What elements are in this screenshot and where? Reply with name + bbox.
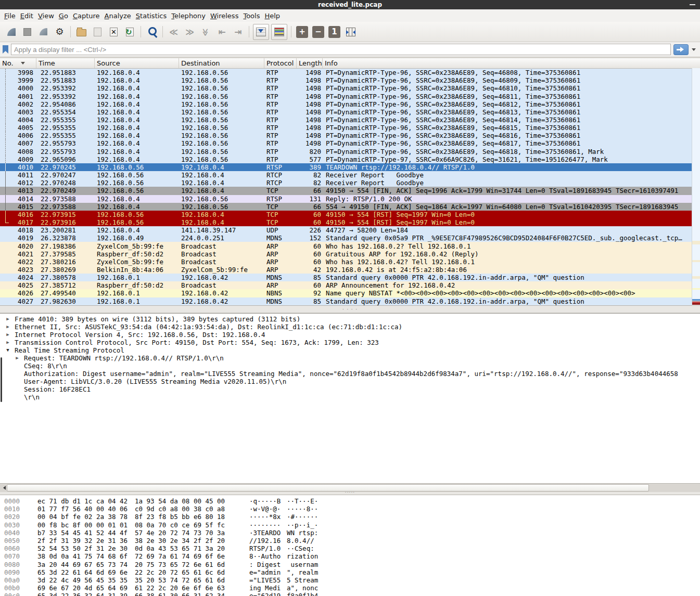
go-to-packet-button[interactable] [199,25,213,39]
list-details-splitter[interactable] [0,305,700,313]
detail-line[interactable]: ▶Frame 4010: 389 bytes on wire (3112 bit… [0,315,700,323]
menu-capture[interactable]: Capture [73,10,105,21]
minimize-icon[interactable] [690,4,695,5]
open-file-button[interactable] [74,25,88,39]
menu-go[interactable]: Go [59,10,73,21]
hex-row[interactable]: 00a03d 22 4c 49 56 45 35 3535 20 53 74 7… [0,576,700,584]
packet-row-4013[interactable]: 401322.970249192.168.0.56192.168.0.4TCP6… [0,187,692,195]
detail-line[interactable]: ▶Ethernet II, Src: ASUSTekC_93:54:da (04… [0,323,700,331]
details-bytes-splitter[interactable] [0,492,700,495]
column-header-protocol[interactable]: Protocol [264,58,297,68]
menu-help[interactable]: Help [264,10,285,21]
packet-row-4020[interactable]: 402027.198386ZyxelCom_5b:99:feBroadcastA… [0,242,692,250]
hex-row[interactable]: 00c065 3d 22 36 32 64 31 3966 38 61 30 6… [0,592,700,596]
packet-row-4024[interactable]: 402427.380578192.168.0.1192.168.0.42MDNS… [0,274,692,281]
hex-row[interactable]: 0000ec 71 db d1 1c ca 04 421a 93 54 da 0… [0,497,700,505]
zoom-out-button[interactable]: − [311,25,325,39]
packet-row-4022[interactable]: 402227.380216ZyxelCom_5b:99:feBroadcastA… [0,258,692,266]
detail-line[interactable]: Authorization: Digest username="admin", … [0,370,700,378]
expand-closed-icon[interactable]: ▶ [14,354,20,362]
expand-closed-icon[interactable]: ▶ [5,331,11,339]
hex-row[interactable]: 009065 3d 22 61 64 6d 69 6e22 2c 20 72 6… [0,568,700,576]
packet-row-4021[interactable]: 402127.379585Raspberr_df:50:d2BroadcastA… [0,250,692,258]
colorize-packets-button[interactable] [271,24,287,40]
packet-row-4007[interactable]: 400722.955793192.168.0.4192.168.0.56RTP1… [0,139,692,147]
find-packet-button[interactable] [145,25,159,39]
apply-filter-button[interactable] [673,44,689,55]
scrollbar-track[interactable] [649,484,700,492]
menu-file[interactable]: File [4,10,20,21]
expand-closed-icon[interactable]: ▶ [5,323,11,331]
expand-closed-icon[interactable]: ▶ [5,315,11,323]
detail-line[interactable]: Session: 16F28EC1 [0,385,700,393]
go-last-packet-button[interactable] [231,25,245,39]
detail-line[interactable]: ▶Request: TEARDOWN rtsp://192.168.0.4// … [0,354,700,362]
hex-row[interactable]: 007038 0d 0a 41 75 74 68 6f72 69 7a 61 7… [0,552,700,560]
menu-edit[interactable]: Edit [20,10,38,21]
resize-columns-button[interactable] [343,25,358,39]
packet-row-4023[interactable]: 402327.380269BelkinIn_8b:4a:06ZyxelCom_5… [0,266,692,274]
scroll-left-arrow-icon[interactable] [0,484,7,492]
display-filter-input[interactable] [11,44,671,55]
stop-capture-button[interactable] [20,25,34,39]
packet-row-4005[interactable]: 400522.955355192.168.0.4192.168.0.56RTP1… [0,124,692,132]
packet-row-4011[interactable]: 401122.970247192.168.0.56192.168.0.4RTCP… [0,171,692,179]
packet-row-4025[interactable]: 402527.385712Raspberr_df:50:d2BroadcastA… [0,281,692,289]
expand-closed-icon[interactable]: ▶ [5,339,11,346]
packet-row-4004[interactable]: 400422.955355192.168.0.4192.168.0.56RTP1… [0,116,692,124]
detail-line[interactable]: CSeq: 8\r\n [0,362,700,370]
start-capture-button[interactable] [4,25,18,39]
detail-line[interactable]: \r\n [0,393,700,401]
capture-options-button[interactable] [53,25,67,39]
column-header-info[interactable]: Info [323,58,700,68]
menu-view[interactable]: View [38,10,59,21]
packet-row-4012[interactable]: 401222.970248192.168.0.56192.168.0.4RTCP… [0,179,692,187]
menu-telephony[interactable]: Telephony [171,10,210,21]
hex-row[interactable]: 006052 54 53 50 2f 31 2e 300d 0a 43 53 6… [0,545,700,552]
packet-row-4018[interactable]: 401823.200281192.168.0.4141.148.39.147UD… [0,226,692,234]
expand-open-icon[interactable]: ▼ [5,346,11,354]
packet-row-4009[interactable]: 400922.965096192.168.0.4192.168.0.56RTP5… [0,156,692,163]
filter-dropdown-caret-icon[interactable] [692,48,696,53]
detail-line[interactable]: ▼Real Time Streaming Protocol [0,346,700,354]
filter-bookmark-icon[interactable] [3,45,8,54]
go-back-button[interactable] [167,25,181,39]
detail-line[interactable]: ▶Transmission Control Protocol, Src Port… [0,339,700,346]
column-header-no[interactable]: No. [0,58,36,68]
packet-row-4008[interactable]: 400822.955793192.168.0.4192.168.0.56RTP8… [0,148,692,156]
column-header-source[interactable]: Source [95,58,179,68]
packet-row-4001[interactable]: 400122.953392192.168.0.4192.168.0.56RTP1… [0,92,692,100]
detail-line[interactable]: ▶Internet Protocol Version 4, Src: 192.1… [0,331,700,339]
packet-row-4006[interactable]: 400622.955355192.168.0.4192.168.0.56RTP1… [0,132,692,139]
hex-row[interactable]: 003000 f8 bc 8f 00 00 01 0108 0a 70 c0 c… [0,521,700,529]
packet-row-4026[interactable]: 402627.499540192.168.0.1192.168.0.42NBNS… [0,289,692,297]
packet-row-3998[interactable]: 399822.951883192.168.0.4192.168.0.56RTP1… [0,69,692,76]
go-forward-button[interactable] [183,25,197,39]
menu-statistics[interactable]: Statistics [136,10,171,21]
packet-row-4002[interactable]: 400222.954086192.168.0.4192.168.0.56RTP1… [0,100,692,108]
column-header-length[interactable]: Length [297,58,323,68]
hex-row[interactable]: 00b069 6e 67 20 4d 65 64 6961 22 2c 20 6… [0,584,700,592]
restart-capture-button[interactable] [36,25,50,39]
packet-row-4027[interactable]: 402727.982630192.168.0.1192.168.0.42MDNS… [0,297,692,305]
detail-line[interactable]: User-Agent: LibVLC/3.0.20 (LIVE555 Strea… [0,378,700,385]
auto-scroll-button[interactable] [253,24,269,40]
zoom-in-button[interactable]: + [295,25,309,39]
packet-row-4016[interactable]: 401622.973915192.168.0.56192.168.0.4TCP6… [0,211,692,218]
packet-row-4015[interactable]: 401522.973588192.168.0.4192.168.0.56TCP6… [0,203,692,211]
packet-row-4003[interactable]: 400322.955354192.168.0.4192.168.0.56RTP1… [0,108,692,116]
packet-row-3999[interactable]: 399922.951883192.168.0.4192.168.0.56RTP1… [0,76,692,84]
hex-row[interactable]: 00502f 2f 31 39 32 2e 31 3638 2e 30 2e 3… [0,537,700,545]
go-first-packet-button[interactable] [215,25,229,39]
hex-row[interactable]: 00803a 20 44 69 67 65 73 7420 75 73 65 7… [0,561,700,568]
packet-row-4019[interactable]: 401926.323878192.168.0.49224.0.0.251MDNS… [0,234,692,242]
packet-list-scrollbar[interactable] [692,68,700,305]
packet-row-4017[interactable]: 401722.973916192.168.0.56192.168.0.4TCP6… [0,218,692,226]
hex-row[interactable]: 001001 77 f7 56 40 00 40 06c0 9d c0 a8 0… [0,505,700,513]
menu-analyze[interactable]: Analyze [105,10,136,21]
packet-row-4010[interactable]: 401022.970245192.168.0.56192.168.0.4RTSP… [0,163,692,171]
packet-row-4000[interactable]: 400022.953392192.168.0.4192.168.0.56RTP1… [0,84,692,92]
menu-wireless[interactable]: Wireless [210,10,243,21]
scrollbar-thumb[interactable] [7,484,649,491]
hex-row[interactable]: 0040b7 33 54 45 41 52 44 4f57 4e 20 72 7… [0,529,700,537]
